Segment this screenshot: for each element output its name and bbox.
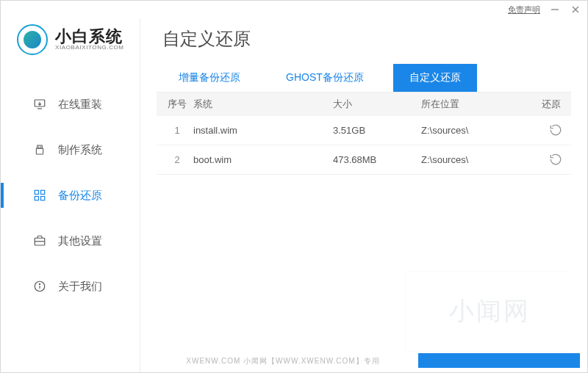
cell-size: 473.68MB [333,154,421,165]
cell-system: boot.wim [193,154,333,165]
sidebar-item-about[interactable]: 关于我们 [1,264,140,309]
grid-icon [33,189,46,202]
sidebar-item-label: 备份还原 [58,189,102,203]
svg-rect-13 [41,197,45,200]
sidebar-item-online-reinstall[interactable]: 在线重装 [1,82,140,127]
sidebar-item-label: 在线重装 [58,98,102,112]
tab-ghost-backup-restore[interactable]: GHOST备份还原 [270,64,380,92]
app-window: 免责声明 小白系统 XIAOBAIXITONG.COM [0,0,588,373]
usb-icon [33,143,46,156]
sidebar-item-make-system[interactable]: 制作系统 [1,127,140,173]
restore-button[interactable] [548,122,564,138]
sidebar-nav: 在线重装 制作系统 备份还原 [1,82,140,309]
minimize-button[interactable] [549,4,561,15]
footer-accent-bar [418,353,580,368]
svg-rect-7 [36,148,43,154]
sidebar-item-backup-restore[interactable]: 备份还原 [1,173,140,218]
cell-index: 2 [161,154,193,165]
sidebar-item-other-settings[interactable]: 其他设置 [1,218,140,264]
tab-incremental-backup-restore[interactable]: 增量备份还原 [162,64,257,92]
col-index: 序号 [161,98,193,111]
cell-system: install.wim [193,125,333,136]
cell-location: Z:\sources\ [421,154,527,165]
info-icon [33,280,46,293]
sidebar-item-label: 制作系统 [58,143,102,157]
svg-point-18 [39,283,40,284]
svg-rect-11 [41,190,45,194]
svg-rect-6 [37,145,43,148]
svg-rect-12 [35,197,38,200]
briefcase-icon [33,234,46,247]
monitor-download-icon [33,98,46,111]
tabs: 增量备份还原 GHOST备份还原 自定义还原 [157,64,571,93]
cell-location: Z:\sources\ [421,125,527,136]
app-logo: 小白系统 XIAOBAIXITONG.COM [1,18,140,68]
sidebar: 小白系统 XIAOBAIXITONG.COM 在线重装 制作系统 [1,18,140,372]
col-system: 系统 [193,98,333,111]
watermark: 小闻网 [405,271,574,352]
col-restore: 还原 [527,98,564,111]
brand-name: 小白系统 [55,28,124,45]
brand-sub: XIAOBAIXITONG.COM [55,45,124,51]
disclaimer-link[interactable]: 免责声明 [508,4,540,15]
restore-table: 序号 系统 大小 所在位置 还原 1 install.wim 3.51GB Z:… [157,93,571,175]
tab-custom-restore[interactable]: 自定义还原 [393,64,477,92]
page-title: 自定义还原 [157,23,571,64]
table-row: 2 boot.wim 473.68MB Z:\sources\ [157,145,571,175]
sidebar-item-label: 关于我们 [58,280,102,294]
table-header: 序号 系统 大小 所在位置 还原 [157,93,571,116]
logo-icon [17,24,48,55]
col-location: 所在位置 [421,98,527,111]
restore-button[interactable] [548,151,564,167]
main-panel: 自定义还原 增量备份还原 GHOST备份还原 自定义还原 序号 系统 大小 所在… [140,18,587,372]
table-row: 1 install.wim 3.51GB Z:\sources\ [157,116,571,145]
sidebar-item-label: 其他设置 [58,234,102,248]
close-button[interactable] [570,4,581,15]
cell-index: 1 [161,125,193,136]
col-size: 大小 [333,98,421,111]
cell-size: 3.51GB [333,125,421,136]
svg-rect-10 [35,190,38,194]
titlebar: 免责声明 [1,1,587,18]
